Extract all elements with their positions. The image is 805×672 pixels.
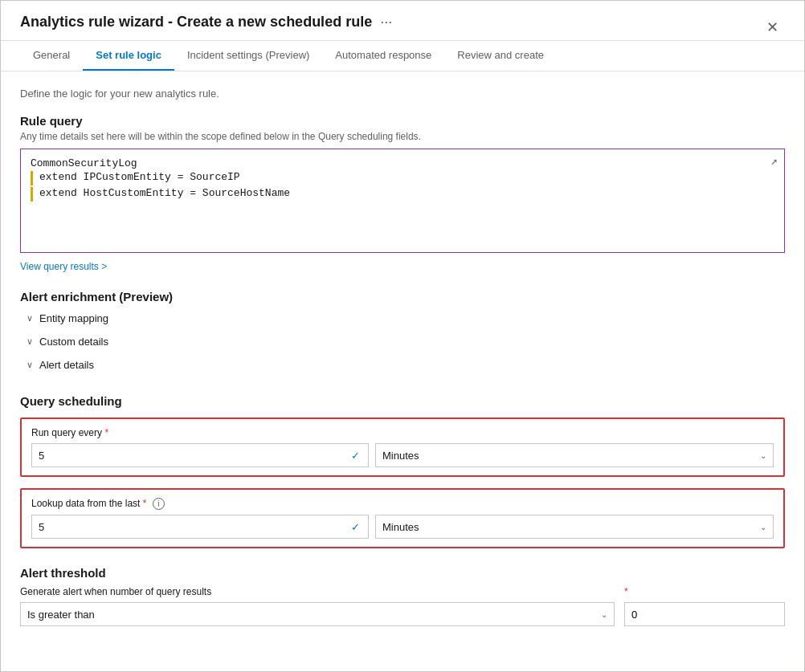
custom-details-label: Custom details — [39, 336, 108, 348]
query-bar-1 — [31, 171, 33, 185]
threshold-required-marker: * — [624, 586, 785, 597]
threshold-condition-select[interactable]: Is greater than ⌄ — [20, 602, 615, 626]
alert-details-label: Alert details — [39, 359, 94, 371]
main-content: Define the logic for your new analytics … — [1, 71, 804, 671]
tab-incident-settings[interactable]: Incident settings (Preview) — [174, 41, 322, 71]
query-bar-2 — [31, 187, 33, 202]
run-query-check-icon: ✓ — [351, 450, 360, 462]
tab-automated-response[interactable]: Automated response — [322, 41, 444, 71]
run-query-value-select[interactable]: 5 ✓ — [31, 443, 369, 467]
query-editor[interactable]: ↗ CommonSecurityLog extend IPCustomEntit… — [20, 149, 785, 253]
tab-bar: General Set rule logic Incident settings… — [1, 41, 804, 71]
threshold-value-wrap: * — [624, 586, 785, 626]
dialog-header: Analytics rule wizard - Create a new sch… — [1, 1, 804, 41]
expand-icon[interactable]: ↗ — [771, 154, 778, 168]
lookup-data-check-icon: ✓ — [351, 521, 360, 533]
lookup-data-row: 5 ✓ Minutes ⌄ — [31, 515, 774, 539]
alert-details-item[interactable]: ∨ Alert details — [20, 353, 785, 377]
query-scheduling-section: Query scheduling Run query every * 5 ✓ M… — [20, 394, 785, 548]
alert-enrichment-title: Alert enrichment (Preview) — [20, 290, 785, 303]
run-query-group: Run query every * 5 ✓ Minutes ⌄ — [20, 417, 785, 477]
tab-review-and-create[interactable]: Review and create — [444, 41, 557, 71]
run-query-chevron: ⌄ — [760, 451, 766, 460]
tab-general[interactable]: General — [20, 41, 83, 71]
threshold-generate-label: Generate alert when number of query resu… — [20, 586, 615, 597]
run-query-label: Run query every * — [31, 427, 774, 438]
query-line-3: extend HostCustomEntity = SourceHostName — [31, 187, 774, 202]
threshold-row: Generate alert when number of query resu… — [20, 586, 785, 626]
entity-mapping-label: Entity mapping — [39, 312, 108, 324]
rule-query-desc: Any time details set here will be within… — [20, 131, 785, 142]
lookup-data-unit-select[interactable]: Minutes ⌄ — [375, 515, 774, 539]
analytics-rule-dialog: Analytics rule wizard - Create a new sch… — [0, 0, 805, 672]
rule-query-title: Rule query — [20, 114, 785, 128]
ellipsis-menu[interactable]: ··· — [380, 14, 392, 31]
run-query-value: 5 — [39, 450, 44, 462]
custom-details-item[interactable]: ∨ Custom details — [20, 330, 785, 353]
alert-details-arrow: ∨ — [27, 360, 33, 370]
view-query-results-link[interactable]: View query results > — [20, 261, 107, 272]
close-button[interactable]: ✕ — [760, 17, 785, 38]
run-query-required: * — [104, 427, 108, 438]
lookup-data-required: * — [143, 498, 147, 509]
threshold-condition-wrap: Generate alert when number of query resu… — [20, 586, 615, 626]
lookup-data-info-icon[interactable]: i — [153, 498, 165, 510]
entity-mapping-item[interactable]: ∨ Entity mapping — [20, 307, 785, 330]
page-subtitle: Define the logic for your new analytics … — [20, 88, 785, 100]
entity-mapping-arrow: ∨ — [27, 313, 33, 324]
lookup-data-group: Lookup data from the last * i 5 ✓ Minute… — [20, 488, 785, 548]
threshold-condition-chevron: ⌄ — [601, 610, 607, 619]
lookup-data-unit: Minutes — [382, 521, 419, 533]
threshold-condition-value: Is greater than — [27, 609, 95, 621]
run-query-unit-select[interactable]: Minutes ⌄ — [375, 443, 774, 467]
query-line-1: CommonSecurityLog — [31, 157, 774, 169]
run-query-row: 5 ✓ Minutes ⌄ — [31, 443, 774, 467]
dialog-title: Analytics rule wizard - Create a new sch… — [20, 14, 372, 31]
title-row: Analytics rule wizard - Create a new sch… — [20, 14, 392, 40]
custom-details-arrow: ∨ — [27, 336, 33, 347]
query-line-2: extend IPCustomEntity = SourceIP — [31, 171, 774, 185]
run-query-unit: Minutes — [382, 450, 419, 462]
alert-threshold-title: Alert threshold — [20, 566, 785, 580]
lookup-data-value: 5 — [39, 521, 44, 533]
lookup-data-label: Lookup data from the last * i — [31, 498, 774, 510]
alert-enrichment-section: Alert enrichment (Preview) ∨ Entity mapp… — [20, 290, 785, 377]
threshold-value-input[interactable] — [624, 602, 785, 626]
query-scheduling-title: Query scheduling — [20, 394, 785, 408]
alert-threshold-section: Alert threshold Generate alert when numb… — [20, 566, 785, 626]
tab-set-rule-logic[interactable]: Set rule logic — [83, 41, 174, 71]
lookup-data-chevron: ⌄ — [760, 523, 766, 531]
lookup-data-value-select[interactable]: 5 ✓ — [31, 515, 369, 539]
